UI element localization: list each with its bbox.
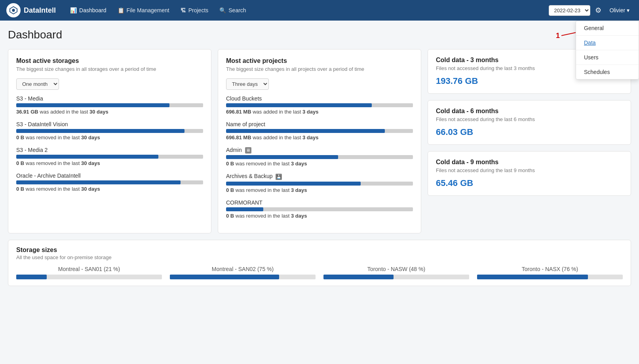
cold-6m-subtitle: Files not accessed during the last 6 mon… — [436, 116, 623, 122]
projects-period-select[interactable]: Three days One week One month — [226, 78, 269, 90]
cold-6m-title: Cold data - 6 months — [436, 108, 623, 115]
storage-item-s3-dataintell: S3 - DataIntell Vision 0 B was removed i… — [16, 121, 203, 140]
nav-links: 📊 Dashboard 📋 File Management 🏗 Projects… — [65, 5, 549, 16]
navbar: DataIntell 📊 Dashboard 📋 File Management… — [0, 0, 639, 21]
project-item-admin: Admin 🖥 0 B was removed in the last 3 da… — [226, 147, 413, 167]
storage-bar-bg — [16, 129, 203, 133]
projects-card-title: Most active projects — [226, 57, 413, 64]
navbar-right: 2022-02-23 ⚙ Olivier ▾ — [549, 4, 633, 16]
svg-point-1 — [12, 9, 15, 11]
project-desc: 0 B was removed in the last 3 days — [226, 213, 413, 219]
project-item-name-of-project: Name of project 696.81 MB was added in t… — [226, 121, 413, 140]
project-name: Name of project — [226, 121, 413, 127]
storage-sizes-section: Storage sizes All the used space for on-… — [8, 240, 631, 286]
menu-item-schedules[interactable]: Schedules — [576, 65, 639, 79]
project-bar-bg — [226, 103, 413, 107]
nasx-label: Toronto - NASX (76 %) — [477, 266, 623, 272]
projects-card-subtitle: The biggest size changes in all projects… — [226, 66, 413, 72]
storage-name: S3 - Media 2 — [16, 147, 203, 153]
storage-bar-bg — [16, 103, 203, 107]
most-active-projects-card: Most active projects The biggest size ch… — [218, 49, 421, 233]
storage-size-san02: Montreal - SAN02 (75 %) — [170, 266, 316, 279]
user-menu-dropdown: General Data Users Schedules — [576, 21, 639, 80]
storage-name: S3 - Media — [16, 95, 203, 102]
project-name: Cloud Buckets — [226, 95, 413, 102]
storages-period-select[interactable]: One month One week Three days One year — [16, 78, 59, 90]
storage-desc: 0 B was removed in the last 30 days — [16, 186, 203, 192]
project-name: Archives & Backup 💾 — [226, 173, 413, 180]
nav-projects[interactable]: 🏗 Projects — [176, 5, 213, 16]
project-desc: 0 B was removed in the last 3 days — [226, 161, 413, 167]
settings-icon[interactable]: ⚙ — [593, 4, 603, 16]
storage-bar-fill — [16, 129, 184, 133]
project-item-archives: Archives & Backup 💾 0 B was removed in t… — [226, 173, 413, 193]
search-icon: 🔍 — [219, 7, 226, 13]
storage-name: Oracle - Archive DataIntell — [16, 173, 203, 179]
admin-icon: 🖥 — [245, 147, 251, 154]
project-bar-fill — [226, 207, 263, 211]
san02-bar-fill — [170, 275, 279, 279]
nasw-bar-bg — [323, 275, 469, 279]
san01-bar-bg — [16, 275, 162, 279]
date-selector[interactable]: 2022-02-23 — [549, 5, 590, 16]
storage-bar-bg — [16, 180, 203, 184]
storage-item-s3-media2: S3 - Media 2 0 B was removed in the last… — [16, 147, 203, 166]
nav-search[interactable]: 🔍 Search — [215, 5, 251, 16]
main-content: Dashboard 1 Most active storages The big… — [0, 21, 639, 286]
san01-bar-fill — [16, 275, 47, 279]
storage-sizes-subtitle: All the used space for on-premise storag… — [16, 254, 623, 260]
storage-desc: 0 B was removed in the last 30 days — [16, 135, 203, 140]
cards-row: Most active storages The biggest size ch… — [8, 49, 631, 233]
most-active-storages-card: Most active storages The biggest size ch… — [8, 49, 211, 233]
storage-bar-fill — [16, 155, 158, 159]
storage-bar-fill — [16, 180, 181, 184]
storage-name: S3 - DataIntell Vision — [16, 121, 203, 127]
project-desc: 0 B was removed in the last 3 days — [226, 187, 413, 193]
storages-card-subtitle: The biggest size changes in all storages… — [16, 66, 203, 72]
nav-file-management[interactable]: 📋 File Management — [113, 5, 174, 16]
cold-6m-value: 66.03 GB — [436, 127, 623, 137]
project-bar-bg — [226, 207, 413, 211]
file-mgmt-icon: 📋 — [118, 7, 124, 13]
storage-item-s3-media: S3 - Media 36.91 GB was added in the las… — [16, 95, 203, 115]
nasw-label: Toronto - NASW (48 %) — [323, 266, 469, 272]
project-desc: 696.81 MB was added in the last 3 days — [226, 109, 413, 115]
project-desc: 696.81 MB was added in the last 3 days — [226, 135, 413, 140]
nasx-bar-bg — [477, 275, 623, 279]
storages-card-title: Most active storages — [16, 57, 203, 64]
storage-sizes-title: Storage sizes — [16, 246, 623, 254]
project-bar-fill — [226, 129, 385, 133]
storage-desc: 36.91 GB was added in the last 30 days — [16, 109, 203, 115]
san01-label: Montreal - SAN01 (21 %) — [16, 266, 162, 272]
storage-size-nasw: Toronto - NASW (48 %) — [323, 266, 469, 279]
menu-item-data[interactable]: Data — [576, 36, 639, 50]
nav-dashboard[interactable]: 📊 Dashboard — [65, 5, 111, 16]
cold-data-6months: Cold data - 6 months Files not accessed … — [428, 100, 631, 145]
project-bar-bg — [226, 155, 413, 159]
backup-icon: 💾 — [276, 174, 282, 180]
cold-9m-subtitle: Files not accessed during the last 9 mon… — [436, 167, 623, 173]
storage-sizes-grid: Montreal - SAN01 (21 %) Montreal - SAN02… — [16, 266, 623, 279]
storage-size-san01: Montreal - SAN01 (21 %) — [16, 266, 162, 279]
storage-bar-fill — [16, 103, 169, 107]
project-bar-fill — [226, 182, 361, 186]
dashboard-icon: 📊 — [70, 7, 77, 13]
user-dropdown[interactable]: Olivier ▾ — [606, 6, 633, 15]
project-bar-fill — [226, 103, 372, 107]
cold-9m-title: Cold data - 9 months — [436, 159, 623, 166]
cold-9m-value: 65.46 GB — [436, 178, 623, 188]
project-name: CORMORANT — [226, 199, 413, 206]
cold-data-9months: Cold data - 9 months Files not accessed … — [428, 151, 631, 196]
page-title: Dashboard — [8, 28, 631, 41]
storage-size-nasx: Toronto - NASX (76 %) — [477, 266, 623, 279]
menu-item-users[interactable]: Users — [576, 50, 639, 65]
nasx-bar-fill — [477, 275, 588, 279]
brand-label: DataIntell — [24, 6, 56, 15]
menu-item-general[interactable]: General — [576, 21, 639, 36]
project-bar-bg — [226, 129, 413, 133]
project-name: Admin 🖥 — [226, 147, 413, 154]
project-item-cormorant: CORMORANT 0 B was removed in the last 3 … — [226, 199, 413, 219]
storage-desc: 0 B was removed in the last 30 days — [16, 160, 203, 166]
nasw-bar-fill — [323, 275, 394, 279]
storage-bar-bg — [16, 155, 203, 159]
